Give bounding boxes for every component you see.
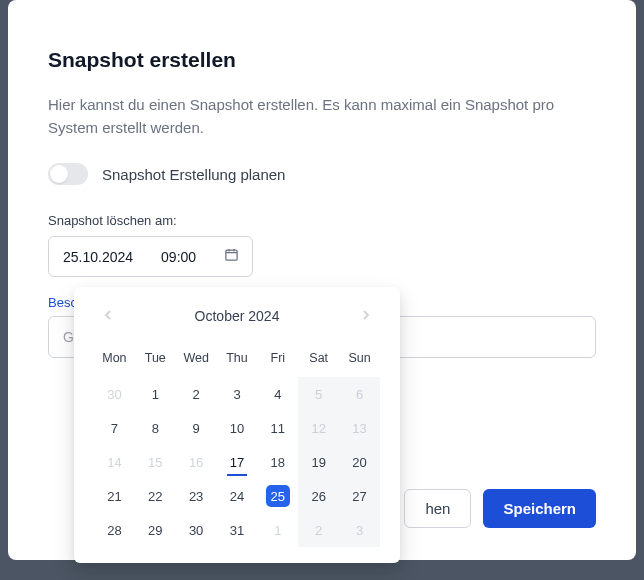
- datepicker-header: October 2024: [94, 305, 380, 327]
- datepicker-popover: October 2024 MonTueWedThuFriSatSun301234…: [74, 287, 400, 563]
- calendar-day[interactable]: 18: [257, 445, 298, 479]
- calendar-day[interactable]: 6: [339, 377, 380, 411]
- calendar-day[interactable]: 2: [176, 377, 217, 411]
- schedule-toggle-label: Snapshot Erstellung planen: [102, 166, 285, 183]
- delete-date-input[interactable]: 25.10.2024 09:00: [48, 236, 253, 277]
- calendar-day[interactable]: 3: [217, 377, 258, 411]
- calendar-day[interactable]: 20: [339, 445, 380, 479]
- calendar-day[interactable]: 29: [135, 513, 176, 547]
- calendar-day[interactable]: 7: [94, 411, 135, 445]
- month-year-label: October 2024: [195, 308, 280, 324]
- calendar-day[interactable]: 31: [217, 513, 258, 547]
- calendar-day[interactable]: 17: [217, 445, 258, 479]
- calendar-day[interactable]: 26: [298, 479, 339, 513]
- svg-rect-0: [226, 250, 237, 260]
- calendar-day[interactable]: 1: [257, 513, 298, 547]
- save-button[interactable]: Speichern: [483, 489, 596, 528]
- modal-title: Snapshot erstellen: [48, 48, 596, 72]
- calendar-day[interactable]: 25: [257, 479, 298, 513]
- calendar-day[interactable]: 19: [298, 445, 339, 479]
- next-month-button[interactable]: [356, 305, 376, 327]
- calendar-day[interactable]: 1: [135, 377, 176, 411]
- calendar-day[interactable]: 11: [257, 411, 298, 445]
- description-value-fragment: G: [63, 329, 74, 345]
- calendar-day[interactable]: 16: [176, 445, 217, 479]
- schedule-toggle[interactable]: [48, 163, 88, 185]
- calendar-day[interactable]: 2: [298, 513, 339, 547]
- calendar-day[interactable]: 27: [339, 479, 380, 513]
- calendar-day[interactable]: 14: [94, 445, 135, 479]
- calendar-day[interactable]: 30: [176, 513, 217, 547]
- cancel-button[interactable]: hen: [404, 489, 471, 528]
- modal-footer: hen Speichern: [404, 489, 596, 528]
- calendar-grid: MonTueWedThuFriSatSun3012345678910111213…: [94, 345, 380, 547]
- weekday-header: Mon: [94, 345, 135, 377]
- date-value: 25.10.2024: [63, 249, 133, 265]
- prev-month-button[interactable]: [98, 305, 118, 327]
- modal-description: Hier kannst du einen Snapshot erstellen.…: [48, 94, 596, 139]
- time-value: 09:00: [161, 249, 196, 265]
- calendar-day[interactable]: 23: [176, 479, 217, 513]
- calendar-day[interactable]: 22: [135, 479, 176, 513]
- calendar-day[interactable]: 3: [339, 513, 380, 547]
- schedule-toggle-row: Snapshot Erstellung planen: [48, 163, 596, 185]
- calendar-day[interactable]: 4: [257, 377, 298, 411]
- calendar-day[interactable]: 30: [94, 377, 135, 411]
- calendar-day[interactable]: 8: [135, 411, 176, 445]
- weekday-header: Sun: [339, 345, 380, 377]
- weekday-header: Thu: [217, 345, 258, 377]
- calendar-day[interactable]: 13: [339, 411, 380, 445]
- weekday-header: Wed: [176, 345, 217, 377]
- weekday-header: Fri: [257, 345, 298, 377]
- calendar-day[interactable]: 15: [135, 445, 176, 479]
- weekday-header: Tue: [135, 345, 176, 377]
- calendar-day[interactable]: 24: [217, 479, 258, 513]
- weekday-header: Sat: [298, 345, 339, 377]
- toggle-knob: [50, 165, 68, 183]
- delete-date-label: Snapshot löschen am:: [48, 213, 596, 228]
- calendar-day[interactable]: 5: [298, 377, 339, 411]
- calendar-day[interactable]: 9: [176, 411, 217, 445]
- calendar-day[interactable]: 21: [94, 479, 135, 513]
- calendar-day[interactable]: 28: [94, 513, 135, 547]
- calendar-icon: [224, 247, 239, 266]
- calendar-day[interactable]: 12: [298, 411, 339, 445]
- calendar-day[interactable]: 10: [217, 411, 258, 445]
